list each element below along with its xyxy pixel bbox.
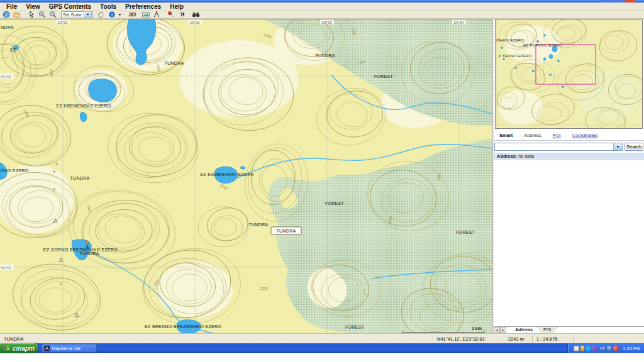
map-label: TUNDRA [80, 251, 99, 256]
start-label: старт [13, 345, 35, 352]
right-panel: ISHKO EZEROEZ POPOVO EZEROZ TEVNO EZERO … [494, 19, 644, 334]
result-label: Address [497, 153, 516, 159]
windows-logo-icon [3, 344, 11, 353]
start-button[interactable]: старт [0, 343, 38, 353]
map-label: EZ GORNO BREZNISHKO EZERO [43, 248, 118, 252]
menu-help[interactable]: Help [165, 3, 188, 11]
search-tab-coordinates[interactable]: Coordinates [567, 133, 603, 138]
set-scale-value: Set Scale [62, 13, 84, 17]
svg-text:23°32': 23°32' [190, 21, 201, 25]
search-tab-smart[interactable]: Smart [494, 133, 518, 138]
mapsend-app-icon [44, 346, 50, 351]
panel-tab-poi[interactable]: POI [536, 327, 558, 334]
menu-bar: FileViewGPS ContentsToolsPreferencesHelp [0, 3, 644, 11]
map-label: TUNDRA [249, 222, 269, 227]
svg-text:41°42': 41°42' [1, 75, 12, 79]
task-label: MapSend Lite [52, 346, 80, 351]
minimap-label: Z TEVNO EZERO [499, 54, 531, 58]
search-button[interactable]: Search [625, 143, 643, 151]
tab-scroll-left-icon[interactable]: ◄ [494, 327, 500, 333]
svg-text:23°31': 23°31' [58, 21, 69, 25]
status-elevation: 2241 m [504, 336, 532, 343]
toolbar: Set Scale ▼ i 3D T [0, 11, 644, 19]
map-label: FOREST [345, 325, 365, 329]
status-map-scale: 1 : 24,675 [533, 336, 573, 343]
zoom-in-icon[interactable] [37, 11, 47, 18]
lake-kremensko [89, 79, 117, 102]
zoom-out-icon[interactable] [48, 11, 57, 18]
result-value: : no data [516, 153, 534, 159]
menu-view[interactable]: View [21, 3, 45, 11]
svg-text:23°34': 23°34' [454, 21, 465, 25]
display-icon[interactable] [574, 346, 579, 351]
chevron-down-icon[interactable]: ▼ [84, 11, 92, 18]
map-label: TUNDRA [165, 61, 184, 65]
map-label: NDRA [1, 25, 14, 30]
tab-scroll-right-icon[interactable]: ► [500, 327, 506, 333]
updates-icon[interactable] [580, 346, 584, 351]
network-icon[interactable] [606, 346, 612, 351]
3d-view-button[interactable]: 3D [128, 11, 137, 18]
pin-icon[interactable] [166, 11, 175, 18]
messenger-icon[interactable] [586, 346, 591, 351]
cursor-icon[interactable] [26, 11, 36, 18]
security-icon[interactable] [613, 346, 619, 351]
info-icon[interactable]: i [107, 11, 116, 18]
globe-icon[interactable] [1, 11, 11, 18]
svg-text:i: i [111, 13, 113, 17]
map-label: TUNDRA [316, 53, 335, 58]
search-result-row: Address: no data [494, 153, 644, 160]
status-coordinates: N41°41.11', E23°32.61' [433, 336, 504, 343]
search-tabs: SmartAddressPOICoordinates [494, 131, 644, 140]
tray-clock: 4:25 PM [623, 346, 640, 351]
search-tab-address[interactable]: Address [518, 133, 547, 138]
profile-icon[interactable] [141, 11, 150, 18]
text-tool-icon[interactable]: T [177, 11, 186, 18]
map-label: FOREST [374, 74, 394, 79]
map-label: OVO EZERO [1, 168, 29, 173]
set-scale-combobox[interactable]: Set Scale ▼ [61, 11, 92, 18]
find-binoculars-icon[interactable] [191, 11, 201, 18]
volume-icon[interactable] [592, 346, 598, 351]
search-tab-poi[interactable]: POI [547, 133, 567, 138]
status-area-label: TUNDRA [0, 336, 433, 343]
map-label: TUNDRA [70, 176, 90, 180]
lake [241, 167, 245, 169]
desktop: { "window": {"app": "MapSend Lite", "but… [0, 0, 644, 362]
search-input[interactable] [495, 143, 613, 150]
open-folder-icon[interactable] [12, 11, 21, 18]
pan-hand-icon[interactable] [96, 11, 106, 18]
svg-text:41°41': 41°41' [1, 266, 12, 270]
overview-minimap[interactable]: ISHKO EZEROEZ POPOVO EZEROZ TEVNO EZERO [495, 19, 643, 129]
map-label: FOREST [456, 230, 475, 234]
svg-text:23°33': 23°33' [322, 21, 333, 25]
minimap-label: EZ POPOVO EZERO [523, 43, 562, 47]
system-tray: US 4:25 PM [568, 343, 644, 353]
lake [80, 112, 87, 121]
map-label: EZ KAMENISHKI EZERA [200, 172, 253, 177]
menu-file[interactable]: File [2, 3, 21, 11]
taskbar-task-mapsend[interactable]: MapSend Lite [42, 344, 97, 353]
panel-tab-address[interactable]: Address [508, 327, 540, 334]
map-label: FOREST [325, 201, 345, 206]
menu-preferences[interactable]: Preferences [121, 3, 165, 11]
language-US-badge[interactable]: US [599, 346, 605, 351]
boxed-map-label: TUNDRA [277, 229, 296, 233]
map-viewport[interactable]: 23°31'23°32'23°33'23°34'41°42'41°41' NDR… [0, 19, 492, 334]
chevron-down-icon[interactable]: ▼ [613, 143, 622, 150]
measure-icon[interactable] [152, 11, 161, 18]
map-label: EZ KREMENSKO EZERO [56, 104, 111, 108]
status-bar: TUNDRA N41°41.11', E23°32.61' 2241 m 1 :… [0, 334, 644, 343]
menu-tools[interactable]: Tools [96, 3, 121, 11]
taskbar: старт MapSend Lite US 4:25 PM [0, 343, 644, 353]
search-combobox[interactable]: ▼ [494, 143, 623, 151]
menu-gps-contents[interactable]: GPS Contents [45, 3, 96, 11]
map-label: EZ SREDNO BREZNISHKO EZERO [145, 324, 221, 329]
map-label: EZ [10, 48, 16, 52]
scale-label: 1 km [472, 326, 482, 331]
minimap-label: ISHKO EZERO [496, 38, 524, 42]
info-dropdown-icon[interactable] [118, 11, 123, 18]
svg-text:2220: 2220 [260, 287, 268, 290]
search-row: ▼ Search [494, 143, 643, 151]
